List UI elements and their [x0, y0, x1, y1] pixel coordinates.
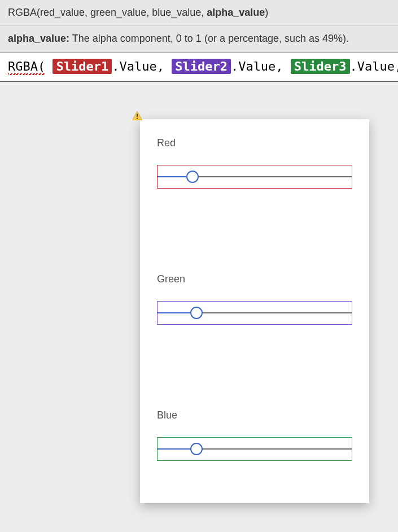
slider-label-red: Red — [157, 137, 352, 149]
slider-track-rest — [196, 448, 352, 450]
param-desc: The alpha component, 0 to 1 (or a percen… — [69, 33, 349, 44]
slider-block-red: Red — [157, 137, 352, 189]
slider-red[interactable] — [157, 165, 352, 189]
slider-track-rest — [193, 176, 352, 177]
formula-func-open: RGBA( — [8, 59, 45, 73]
svg-rect-1 — [137, 114, 138, 116]
formula-bar[interactable]: RGBA( Slider1.Value, Slider2.Value, Slid… — [0, 52, 398, 82]
sig-active-param: alpha_value — [207, 7, 265, 18]
intellisense-param-description: alpha_value: The alpha component, 0 to 1… — [0, 26, 398, 52]
slider-thumb[interactable] — [190, 307, 203, 319]
slider-block-blue: Blue — [157, 409, 352, 461]
formula-ref-slider1[interactable]: Slider1 — [53, 59, 112, 74]
slider-track-rest — [196, 312, 352, 313]
warning-icon — [132, 111, 142, 120]
slider-green[interactable] — [157, 301, 352, 325]
slider-thumb[interactable] — [186, 171, 199, 183]
formula-tok: .Value, — [350, 59, 398, 73]
sig-suffix: ) — [265, 7, 268, 18]
formula-ref-slider2[interactable]: Slider2 — [172, 59, 231, 74]
sig-prefix: RGBA(red_value, green_value, blue_value, — [8, 7, 207, 18]
slider-block-green: Green — [157, 273, 352, 325]
slider-blue[interactable] — [157, 437, 352, 461]
slider-label-green: Green — [157, 273, 352, 285]
formula-tok: .Value, — [112, 59, 164, 73]
formula-expression[interactable]: RGBA( Slider1.Value, Slider2.Value, Slid… — [8, 59, 398, 73]
formula-tok: .Value, — [231, 59, 283, 73]
slider-thumb[interactable] — [190, 443, 203, 455]
design-canvas[interactable]: Red Green Blue — [0, 82, 398, 522]
slider-label-blue: Blue — [157, 409, 352, 421]
formula-ref-slider3[interactable]: Slider3 — [291, 59, 350, 74]
intellisense-signature: RGBA(red_value, green_value, blue_value,… — [0, 0, 398, 26]
param-name: alpha_value: — [8, 33, 69, 44]
preview-card[interactable]: Red Green Blue — [140, 119, 369, 503]
svg-rect-2 — [137, 118, 138, 119]
